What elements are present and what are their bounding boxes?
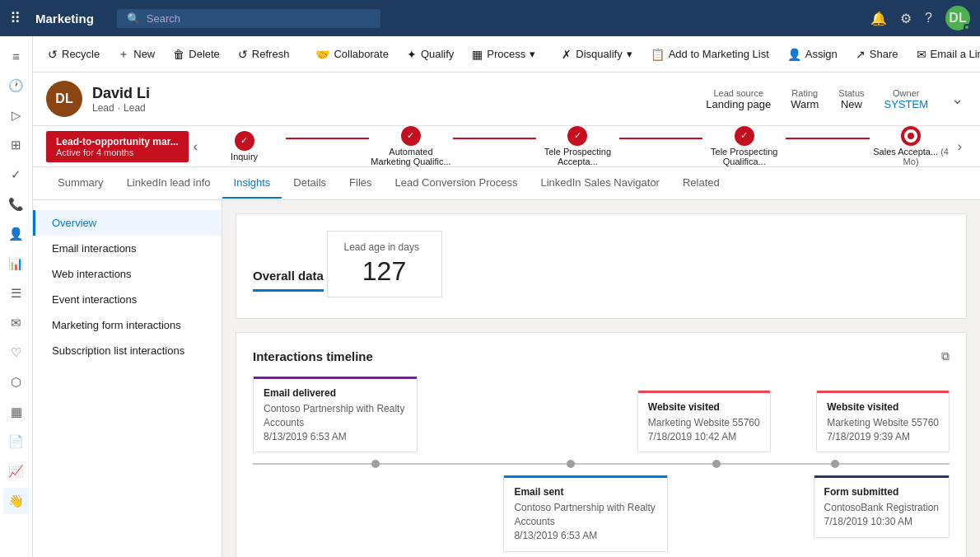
sidebar-dashboard-icon[interactable]: ⊞: [3, 132, 30, 158]
sidebar-heart-icon[interactable]: ♡: [3, 339, 30, 366]
main-panel: Overall data Lead age in days 127 Intera…: [222, 200, 980, 557]
sidebar-item-email[interactable]: Email interactions: [33, 236, 222, 261]
add-to-marketing-list-button[interactable]: 📋 Add to Marketing List: [642, 43, 777, 66]
sidebar-list-icon[interactable]: ☰: [3, 280, 30, 307]
sidebar-nav-icon[interactable]: ▷: [3, 102, 30, 129]
qualify-icon: ✦: [407, 48, 417, 61]
overall-data-title: Overall data: [253, 269, 324, 292]
sidebar-recent-icon[interactable]: 🕐: [3, 73, 30, 99]
avatar-initials: DL: [949, 11, 966, 26]
tab-related[interactable]: Related: [671, 168, 731, 199]
sidebar-phone-icon[interactable]: 📞: [3, 191, 30, 218]
disqualify-button[interactable]: ✗ Disqualify ▾: [553, 43, 640, 66]
timeline-card-email-sent[interactable]: Email sent Contoso Partnership with Real…: [503, 475, 668, 551]
timeline-card: Interactions timeline ⧉ Email delivered …: [236, 332, 967, 557]
stage-line-4: [786, 138, 869, 139]
avatar[interactable]: DL: [945, 6, 970, 30]
record-meta: Lead source Landing page Rating Warm Sta…: [706, 87, 967, 111]
tab-linkedin-lead[interactable]: LinkedIn lead info: [115, 168, 222, 199]
timeline-dot-4: [831, 460, 839, 468]
disqualify-icon: ✗: [562, 48, 572, 61]
sidebar-doc-icon[interactable]: 📄: [3, 428, 30, 455]
qualify-button[interactable]: ✦ Qualify: [399, 43, 462, 66]
tab-linkedin-sales[interactable]: LinkedIn Sales Navigator: [529, 168, 671, 199]
sidebar-item-form-label: Marketing form interactions: [52, 319, 181, 331]
process-prev-button[interactable]: ‹: [189, 136, 203, 157]
sidebar-table-icon[interactable]: ▦: [3, 399, 30, 425]
sidebar-email-icon[interactable]: ✉: [3, 310, 30, 336]
new-button[interactable]: ＋ New: [110, 42, 163, 67]
collaborate-button[interactable]: 🤝 Collaborate: [307, 43, 397, 66]
sidebar-contacts-icon[interactable]: 👤: [3, 221, 30, 247]
sidebar-left: ≡ 🕐 ▷ ⊞ ✓ 📞 👤 📊 ☰ ✉ ♡ ⬡ ▦ 📄 📈 👋: [0, 36, 33, 557]
record-avatar-initials: DL: [55, 91, 72, 106]
share-icon: ↗: [856, 48, 866, 61]
metric-value: 127: [344, 256, 425, 287]
process-stages: ✓ Inquiry ✓ Automated Marketing Qualific…: [203, 127, 953, 166]
settings-icon[interactable]: ⚙: [900, 11, 912, 26]
stage-tpq[interactable]: ✓ Tele Prospecting Qualifica...: [702, 127, 786, 166]
nav-tabs: Summary LinkedIn lead info Insights Deta…: [33, 167, 980, 200]
assign-button[interactable]: 👤 Assign: [779, 43, 846, 66]
overall-data-card: Overall data Lead age in days 127: [236, 213, 967, 319]
sidebar-item-email-label: Email interactions: [52, 242, 137, 255]
collaborate-icon: 🤝: [315, 48, 329, 61]
meta-rating: Rating Warm: [791, 88, 819, 110]
meta-lead-source: Lead source Landing page: [706, 88, 771, 110]
refresh-button[interactable]: ↺ Refresh: [230, 43, 298, 66]
command-bar: ↺ Recycle ＋ New 🗑 Delete ↺ Refresh 🤝 Col…: [33, 36, 980, 73]
search-bar[interactable]: 🔍: [117, 9, 380, 28]
content-area: Overview Email interactions Web interact…: [33, 200, 980, 557]
stage-tpa[interactable]: ✓ Tele Prospecting Accepta...: [536, 127, 619, 166]
refresh-icon: ↺: [238, 48, 248, 61]
lead-age-metric: Lead age in days 127: [327, 231, 442, 297]
stage-line-1: [286, 138, 369, 139]
sidebar-item-subscription[interactable]: Subscription list interactions: [33, 338, 222, 363]
sidebar-item-event[interactable]: Event interactions: [33, 287, 222, 312]
stage-inquiry-indicator: ✓: [236, 132, 254, 150]
help-icon[interactable]: ?: [925, 11, 932, 26]
app-grid-icon[interactable]: ⠿: [10, 9, 21, 27]
recycle-button[interactable]: ↺ Recycle: [40, 43, 108, 66]
process-button[interactable]: ▦ Process ▾: [464, 43, 544, 66]
notifications-icon[interactable]: 🔔: [870, 11, 887, 26]
stage-sales-label: Sales Accepta... (4 Mo): [870, 147, 952, 166]
sidebar-item-web-label: Web interactions: [52, 268, 132, 280]
email-link-button[interactable]: ✉ Email a Link: [908, 43, 980, 66]
sidebar-item-web[interactable]: Web interactions: [33, 261, 222, 287]
sidebar-item-form[interactable]: Marketing form interactions: [33, 312, 222, 338]
sidebar-cube-icon[interactable]: ⬡: [3, 369, 30, 396]
stage-sales[interactable]: Sales Accepta... (4 Mo): [870, 127, 953, 166]
tab-files[interactable]: Files: [338, 168, 383, 199]
sidebar-insights-icon[interactable]: 👋: [3, 488, 30, 514]
sidebar-activities-icon[interactable]: ✓: [3, 161, 30, 188]
timeline-card-email-delivered[interactable]: Email delivered Contoso Partnership with…: [253, 377, 418, 452]
sidebar-leads-icon[interactable]: 📊: [3, 250, 30, 277]
tab-details[interactable]: Details: [282, 168, 338, 199]
timeline-card-form-submitted[interactable]: Form submitted ContosoBank Registration …: [814, 475, 950, 538]
process-active-stage[interactable]: Lead-to-opportunity mar... Active for 4 …: [46, 131, 189, 162]
marketing-list-icon: 📋: [651, 48, 665, 61]
sidebar-home-icon[interactable]: ≡: [3, 43, 30, 69]
recycle-icon: ↺: [48, 48, 58, 61]
timeline-card-web-1[interactable]: Website visited Marketing Website 55760 …: [637, 391, 771, 453]
sidebar-chart-icon[interactable]: 📈: [3, 458, 30, 484]
share-button[interactable]: ↗ Share: [847, 43, 907, 66]
search-input[interactable]: [147, 12, 361, 25]
delete-button[interactable]: 🗑 Delete: [165, 43, 228, 66]
search-icon: 🔍: [127, 12, 140, 25]
delete-icon: 🗑: [173, 48, 184, 61]
timeline-filter-icon[interactable]: ⧉: [941, 349, 950, 363]
record-collapse-button[interactable]: ⌄: [948, 87, 967, 111]
stage-tpq-indicator: ✓: [735, 127, 754, 145]
sidebar-item-overview[interactable]: Overview: [33, 210, 222, 236]
stage-inquiry[interactable]: ✓ Inquiry: [203, 132, 286, 161]
timeline-card-web-2[interactable]: Website visited Marketing Website 55760 …: [816, 391, 950, 453]
stage-amq[interactable]: ✓ Automated Marketing Qualific...: [369, 127, 452, 166]
tab-summary[interactable]: Summary: [46, 168, 115, 199]
nav-icons: 🔔 ⚙ ? DL: [870, 6, 970, 30]
tab-insights[interactable]: Insights: [222, 168, 282, 199]
tab-lead-conversion[interactable]: Lead Conversion Process: [384, 168, 530, 199]
process-next-button[interactable]: ›: [953, 136, 967, 157]
process-icon: ▦: [472, 48, 483, 61]
